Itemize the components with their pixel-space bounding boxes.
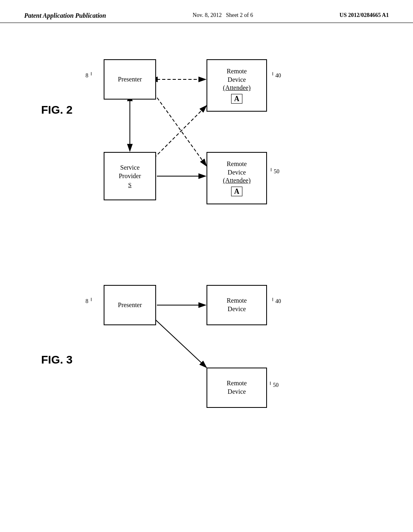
fig2-rd50-label: RemoteDevice(Attendee) bbox=[223, 160, 250, 185]
fig2-rd40-letter: A bbox=[231, 94, 242, 104]
fig2-service-provider-box: ServiceProvider S bbox=[104, 152, 156, 200]
fig3-presenter-ref: 8 ╵ bbox=[86, 298, 93, 305]
fig3-diagram: FIG. 3 Presenter 8 ╵ RemoteDevice bbox=[65, 261, 348, 434]
page-content: FIG. 2 bbox=[0, 23, 413, 446]
fig2-diagonal-dashed-arrow2 bbox=[154, 106, 206, 158]
fig2-sp-sublabel: S bbox=[128, 182, 131, 189]
fig2-presenter-ref: 8 ╵ bbox=[86, 72, 93, 79]
fig2-remote-device-50-box: RemoteDevice(Attendee) A bbox=[206, 152, 267, 204]
page-header: Patent Application Publication Nov. 8, 2… bbox=[0, 0, 413, 23]
header-center: Nov. 8, 2012 Sheet 2 of 6 bbox=[192, 12, 253, 19]
fig3-diagonal-arrow bbox=[155, 319, 206, 368]
fig2-rd50-letter: A bbox=[231, 187, 242, 196]
fig2-presenter-box: Presenter bbox=[104, 59, 156, 100]
fig3-presenter-box: Presenter bbox=[104, 285, 156, 325]
fig2-rd40-ref: ╵ 40 bbox=[271, 72, 281, 79]
fig2-remote-device-40-box: RemoteDevice(Attendee) A bbox=[206, 59, 267, 112]
fig2-rd40-label: RemoteDevice(Attendee) bbox=[223, 67, 250, 92]
fig3-rd40-ref: ╵ 40 bbox=[271, 298, 281, 305]
fig3-rd50-ref: ╵ 50 bbox=[269, 382, 279, 389]
fig2-presenter-label: Presenter bbox=[118, 75, 142, 84]
publication-title: Patent Application Publication bbox=[24, 12, 106, 19]
fig3-rd50-label: RemoteDevice bbox=[227, 379, 247, 396]
patent-number: US 2012/0284665 A1 bbox=[340, 12, 389, 19]
sheet-info: Sheet 2 of 6 bbox=[226, 12, 253, 18]
fig2-rd50-ref: ╵ 50 bbox=[269, 168, 280, 175]
fig3-remote-device-40-box: RemoteDevice bbox=[206, 285, 267, 325]
fig2-diagonal-dashed-arrow1 bbox=[154, 94, 206, 166]
fig3-rd40-label: RemoteDevice bbox=[227, 297, 247, 314]
publication-date: Nov. 8, 2012 bbox=[192, 12, 221, 18]
fig3-remote-device-50-box: RemoteDevice bbox=[206, 368, 267, 408]
fig3-presenter-label: Presenter bbox=[118, 301, 142, 310]
fig2-sp-label: ServiceProvider bbox=[119, 164, 141, 181]
fig2-diagram: FIG. 2 bbox=[65, 35, 348, 229]
